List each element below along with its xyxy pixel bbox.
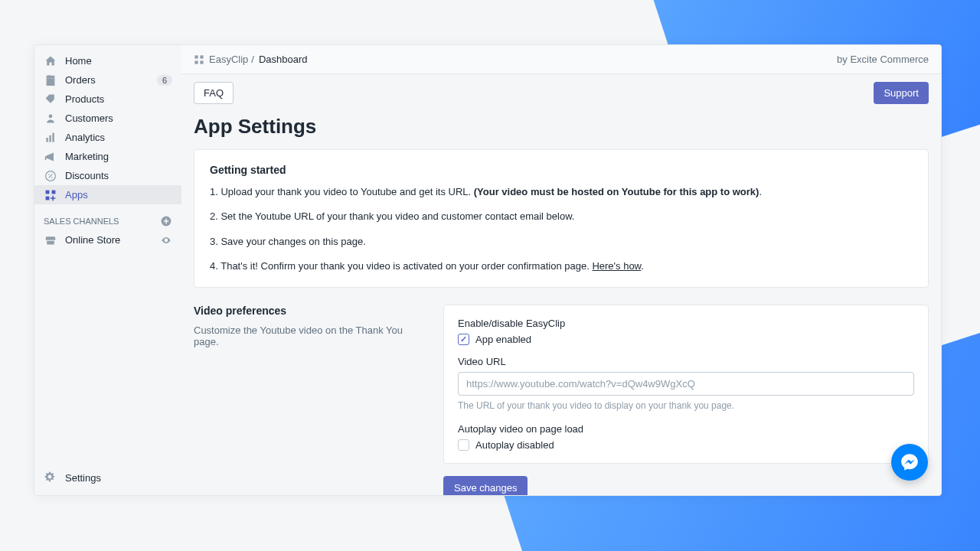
breadcrumb: EasyClip / Dashboard by Excite Commerce <box>181 45 941 74</box>
svg-rect-12 <box>200 55 203 58</box>
home-icon <box>44 54 57 68</box>
sidebar-item-products[interactable]: Products <box>34 90 181 109</box>
autoplay-label: Autoplay disabled <box>475 439 554 451</box>
app-enabled-label: App enabled <box>475 334 531 345</box>
breadcrumb-app[interactable]: EasyClip <box>209 54 248 65</box>
svg-point-5 <box>48 174 50 175</box>
view-store-icon[interactable] <box>160 234 172 246</box>
video-prefs-sub: Customize the Youtube video on the Thank… <box>194 324 423 347</box>
video-prefs-aside: Video preferences Customize the Youtube … <box>194 305 423 495</box>
sidebar-item-label: Analytics <box>65 132 105 143</box>
sidebar-item-customers[interactable]: Customers <box>34 109 181 128</box>
video-url-input[interactable] <box>458 372 914 396</box>
getting-started-card: Getting started 1. Upload your thank you… <box>194 149 929 288</box>
video-prefs-heading: Video preferences <box>194 305 423 317</box>
products-icon <box>44 93 57 106</box>
sidebar-settings[interactable]: Settings <box>34 463 181 495</box>
app-enabled-checkbox[interactable] <box>458 334 469 345</box>
main-panel: EasyClip / Dashboard by Excite Commerce … <box>181 45 941 495</box>
getting-started-heading: Getting started <box>210 164 913 176</box>
enable-label: Enable/disable EasyClip <box>458 318 914 329</box>
svg-rect-2 <box>49 135 51 142</box>
svg-rect-7 <box>46 190 50 194</box>
step-2: 2. Set the Youtube URL of your thank you… <box>210 210 913 223</box>
sidebar-item-label: Orders <box>65 74 96 86</box>
step-1: 1. Upload your thank you video to Youtub… <box>210 185 913 199</box>
analytics-icon <box>44 131 57 145</box>
sidebar-item-analytics[interactable]: Analytics <box>34 128 181 147</box>
store-icon <box>44 233 57 247</box>
sidebar-item-marketing[interactable]: Marketing <box>34 147 181 166</box>
apps-icon <box>44 188 57 202</box>
toolbar: FAQ Support <box>181 74 941 104</box>
svg-point-0 <box>49 114 53 118</box>
sidebar-item-label: Products <box>65 93 104 105</box>
sidebar-item-label: Customers <box>65 112 113 124</box>
svg-rect-3 <box>52 132 54 142</box>
sidebar-item-label: Marketing <box>65 151 109 162</box>
svg-rect-13 <box>194 60 198 64</box>
sidebar-item-discounts[interactable]: Discounts <box>34 166 181 185</box>
discounts-icon <box>44 169 57 183</box>
breadcrumb-current: Dashboard <box>259 54 308 65</box>
gear-icon <box>44 471 57 484</box>
autoplay-heading: Autoplay video on page load <box>458 423 914 435</box>
marketing-icon <box>44 150 57 164</box>
page-title: App Settings <box>181 104 941 149</box>
sidebar-item-apps[interactable]: Apps <box>34 185 181 204</box>
sidebar-channel-online-store[interactable]: Online Store <box>34 230 181 249</box>
autoplay-row[interactable]: Autoplay disabled <box>458 439 914 451</box>
breadcrumb-sep: / <box>251 54 254 65</box>
customers-icon <box>44 112 57 126</box>
svg-rect-11 <box>194 55 198 58</box>
messenger-chat-button[interactable] <box>891 444 928 481</box>
video-prefs-section: Video preferences Customize the Youtube … <box>194 305 929 495</box>
sidebar-item-label: Apps <box>65 189 88 201</box>
svg-rect-9 <box>46 196 50 200</box>
app-shell: Home Orders 6 Products Customers Analy <box>34 44 942 496</box>
sidebar-item-home[interactable]: Home <box>34 51 181 70</box>
add-channel-icon[interactable] <box>160 215 172 227</box>
video-url-helper: The URL of your thank you video to displ… <box>458 400 914 411</box>
heres-how-link[interactable]: Here's how <box>592 260 641 272</box>
support-button[interactable]: Support <box>874 82 929 104</box>
app-enabled-row[interactable]: App enabled <box>458 334 914 345</box>
save-changes-button[interactable]: Save changes <box>443 476 528 495</box>
content-area: Getting started 1. Upload your thank you… <box>181 149 941 495</box>
svg-rect-14 <box>200 60 203 64</box>
sales-channels-header: SALES CHANNELS <box>34 204 181 230</box>
video-url-label: Video URL <box>458 356 914 367</box>
step-4: 4. That's it! Confirm your thank you vid… <box>210 259 913 273</box>
svg-rect-8 <box>52 190 56 194</box>
app-breadcrumb-icon <box>194 54 204 65</box>
step-3: 3. Save your changes on this page. <box>210 235 913 249</box>
sidebar-item-label: Discounts <box>65 170 109 181</box>
orders-badge: 6 <box>157 75 172 86</box>
video-prefs-card: Enable/disable EasyClip App enabled Vide… <box>443 305 929 464</box>
svg-point-6 <box>51 177 53 178</box>
settings-label: Settings <box>65 472 101 484</box>
sidebar: Home Orders 6 Products Customers Analy <box>34 45 181 495</box>
autoplay-checkbox[interactable] <box>458 439 469 451</box>
svg-rect-1 <box>46 138 47 142</box>
orders-icon <box>44 73 57 87</box>
sidebar-item-orders[interactable]: Orders 6 <box>34 70 181 90</box>
vendor-attribution: by Excite Commerce <box>837 54 929 65</box>
sidebar-channel-label: Online Store <box>65 234 120 246</box>
faq-button[interactable]: FAQ <box>194 82 234 104</box>
sidebar-item-label: Home <box>65 55 92 67</box>
sales-channels-label: SALES CHANNELS <box>44 217 119 226</box>
